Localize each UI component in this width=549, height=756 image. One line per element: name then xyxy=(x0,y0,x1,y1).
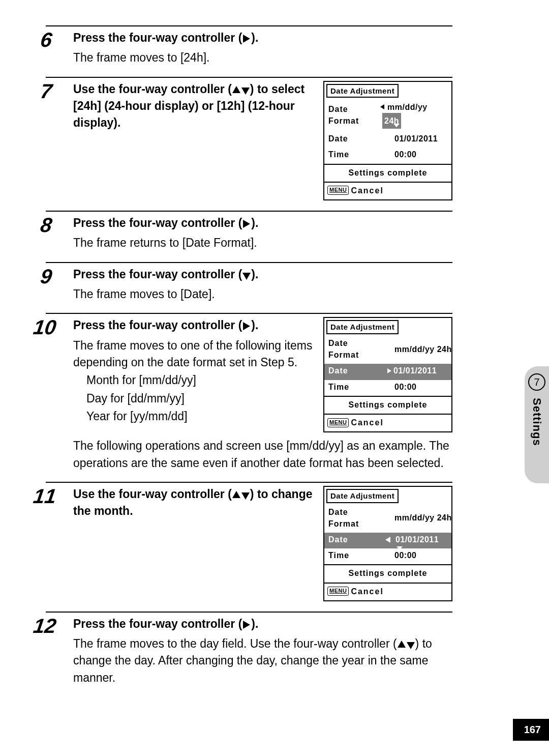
manual-page: 6 Press the four-way controller (). The … xyxy=(46,25,452,696)
lcd-row-format: Date Format mm/dd/yy 24h xyxy=(324,505,451,533)
lcd-title: Date Adjustment xyxy=(326,320,399,334)
chapter-tab: 7 Settings xyxy=(525,366,549,483)
step-sub1: Month for [mm/dd/yy] xyxy=(86,372,315,389)
lcd-row-date-highlight: Date 01/01/2011 xyxy=(324,533,451,548)
down-arrow-icon xyxy=(396,546,403,550)
lcd-complete: Settings complete xyxy=(324,165,451,182)
step-number: 12 xyxy=(32,616,57,636)
lcd-screen-2: Date Adjustment Date Format mm/dd/yy 24h… xyxy=(323,317,452,432)
down-arrow-icon xyxy=(241,492,250,500)
lcd-row-time: Time 00:00 xyxy=(324,148,451,163)
step-title: Press the four-way controller (). xyxy=(73,30,452,46)
step-9: 9 Press the four-way controller (). The … xyxy=(46,262,452,303)
step-12: 12 Press the four-way controller (). The… xyxy=(46,612,452,686)
lcd-title: Date Adjustment xyxy=(326,489,399,503)
up-arrow-icon xyxy=(396,529,403,533)
step-title: Press the four-way controller (). xyxy=(73,215,452,231)
step-desc: The frame moves to the day field. Use th… xyxy=(73,635,452,686)
right-arrow-icon xyxy=(243,322,250,330)
up-arrow-icon xyxy=(393,109,400,112)
lcd-footer: MENU Cancel xyxy=(324,414,451,431)
step-title: Press the four-way controller (). xyxy=(73,317,315,334)
lcd-row-time: Time 00:00 xyxy=(324,380,451,396)
down-arrow-icon xyxy=(393,124,400,127)
chapter-number: 7 xyxy=(528,373,545,391)
step-11: 11 Use the four-way controller () to cha… xyxy=(46,482,452,601)
step-10: 10 Press the four-way controller (). The… xyxy=(46,313,452,472)
step-7: 7 Use the four-way controller () to sele… xyxy=(46,77,452,200)
step-number: 8 xyxy=(39,215,53,235)
lcd-row-date: Date 01/01/2011 xyxy=(324,132,451,148)
down-arrow-icon xyxy=(241,88,250,95)
menu-badge: MENU xyxy=(327,186,349,195)
page-number: 167 xyxy=(513,719,549,741)
down-arrow-icon xyxy=(407,642,415,649)
left-arrow-icon xyxy=(380,104,384,109)
lcd-footer: MENU Cancel xyxy=(324,583,451,600)
up-arrow-icon xyxy=(398,641,406,648)
lcd-complete: Settings complete xyxy=(324,565,451,582)
step-desc: The frame returns to [Date Format]. xyxy=(73,235,452,251)
lcd-row-format: Date Format mm/dd/yy 24h xyxy=(324,100,451,132)
step-6: 6 Press the four-way controller (). The … xyxy=(46,25,452,67)
right-arrow-icon xyxy=(243,35,250,43)
step-note: The following operations and screen use … xyxy=(73,438,452,472)
menu-badge: MENU xyxy=(327,587,349,596)
menu-badge: MENU xyxy=(327,418,349,427)
step-number: 10 xyxy=(32,317,57,337)
lcd-screen-3: Date Adjustment Date Format mm/dd/yy 24h… xyxy=(323,486,452,601)
chapter-label: Settings xyxy=(530,398,543,446)
lcd-row-date-highlight: Date 01/01/2011 xyxy=(324,364,451,380)
step-number: 7 xyxy=(39,81,53,101)
right-arrow-icon xyxy=(243,220,250,228)
step-8: 8 Press the four-way controller (). The … xyxy=(46,211,452,252)
step-title: Press the four-way controller (). xyxy=(73,616,452,632)
step-number: 6 xyxy=(39,30,53,50)
lcd-row-format: Date Format mm/dd/yy 24h xyxy=(324,336,451,364)
step-desc: The frame moves to one of the following … xyxy=(73,337,315,371)
lcd-complete: Settings complete xyxy=(324,397,451,414)
step-sub3: Year for [yy/mm/dd] xyxy=(86,408,315,425)
step-desc: The frame moves to [Date]. xyxy=(73,286,452,303)
step-title: Use the four-way controller () to change… xyxy=(73,486,315,520)
lcd-row-time: Time 00:00 xyxy=(324,548,451,564)
left-arrow-icon xyxy=(385,537,390,543)
step-sub2: Day for [dd/mm/yy] xyxy=(86,390,315,407)
up-arrow-icon xyxy=(232,86,240,93)
down-arrow-icon xyxy=(242,273,251,280)
lcd-footer: MENU Cancel xyxy=(324,182,451,199)
step-title: Use the four-way controller () to select… xyxy=(73,81,315,132)
step-number: 9 xyxy=(39,266,53,286)
step-title: Press the four-way controller (). xyxy=(73,266,452,283)
right-arrow-icon xyxy=(243,621,250,629)
step-desc: The frame moves to [24h]. xyxy=(73,49,452,66)
step-number: 11 xyxy=(32,486,57,506)
lcd-title: Date Adjustment xyxy=(326,84,399,98)
lcd-screen-1: Date Adjustment Date Format mm/dd/yy 24h xyxy=(323,81,452,200)
up-arrow-icon xyxy=(232,491,240,498)
right-arrow-icon xyxy=(387,368,391,373)
